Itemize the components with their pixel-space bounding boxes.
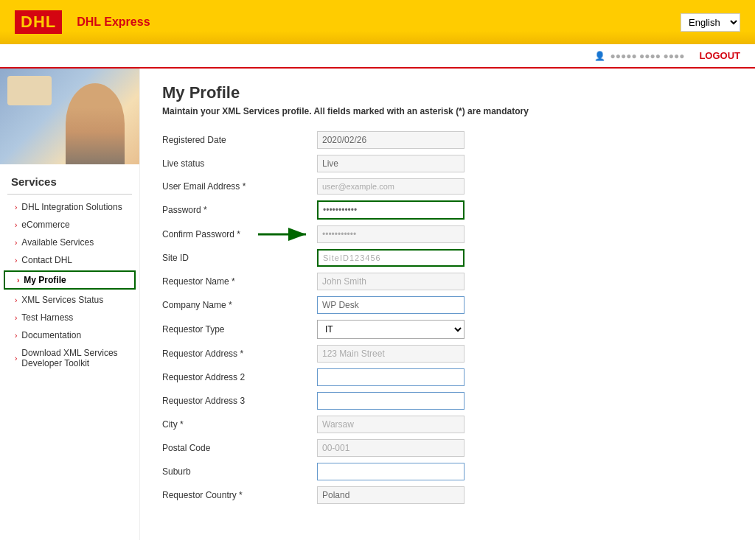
label-registered-date: Registered Date [162, 135, 310, 145]
chevron-icon: › [15, 256, 17, 265]
chevron-icon: › [15, 314, 17, 322]
label-requestor-address3: Requestor Address 3 [162, 396, 310, 406]
input-email [317, 178, 465, 195]
label-requestor-name: Requestor Name * [162, 276, 310, 287]
form-row-requestor-address: Requestor Address * [162, 345, 733, 363]
sidebar-item-download-toolkit[interactable]: › Download XML Services Developer Toolki… [0, 344, 139, 372]
chevron-icon: › [15, 239, 17, 247]
green-arrow-icon [254, 223, 313, 245]
sidebar-item-contact-dhl[interactable]: › Contact DHL [0, 251, 139, 269]
sidebar-item-label: Available Services [21, 237, 94, 248]
input-postal-code [317, 439, 465, 457]
dhl-logo: DHL [15, 10, 62, 34]
form-row-registered-date: Registered Date [162, 131, 733, 149]
sidebar-person-illustration [66, 83, 125, 164]
chevron-icon: › [15, 221, 17, 229]
label-postal-code: Postal Code [162, 443, 310, 453]
form-row-site-id: Site ID [162, 249, 733, 267]
sidebar-divider [7, 194, 132, 195]
label-requestor-address2: Requestor Address 2 [162, 372, 310, 382]
input-site-id [317, 249, 465, 267]
form-row-password: Password * [162, 200, 733, 220]
chevron-icon: › [15, 354, 17, 363]
user-icon: 👤 [594, 51, 605, 61]
form-row-city: City * [162, 416, 733, 433]
sidebar-item-available-services[interactable]: › Available Services [0, 234, 139, 251]
label-suburb: Suburb [162, 466, 310, 477]
form-row-requestor-address2: Requestor Address 2 [162, 368, 733, 386]
confirm-password-container [317, 225, 465, 243]
input-suburb[interactable] [317, 463, 465, 480]
input-password[interactable] [317, 200, 465, 220]
input-requestor-country [317, 486, 465, 504]
dhl-logo-box: DHL [15, 10, 62, 34]
input-requestor-address3[interactable] [317, 392, 465, 410]
page-subtitle: Maintain your XML Services profile. All … [162, 106, 733, 116]
sidebar-banner [0, 69, 139, 164]
sidebar-item-label: Contact DHL [21, 255, 72, 265]
chevron-icon: › [17, 276, 19, 284]
logout-button[interactable]: LOGOUT [699, 50, 740, 61]
label-site-id: Site ID [162, 253, 310, 263]
form-row-requestor-name: Requestor Name * [162, 273, 733, 290]
input-company-name[interactable] [317, 296, 465, 314]
user-email: ●●●●● ●●●● ●●●● [610, 51, 684, 61]
sidebar-item-test-harness[interactable]: › Test Harness [0, 309, 139, 326]
chevron-icon: › [15, 332, 17, 340]
sidebar-item-label: Test Harness [21, 312, 73, 323]
form-row-requestor-address3: Requestor Address 3 [162, 392, 733, 410]
label-requestor-address: Requestor Address * [162, 349, 310, 359]
chevron-icon: › [15, 296, 17, 304]
header-right: English German French [681, 13, 740, 32]
label-requestor-country: Requestor Country * [162, 490, 310, 500]
input-requestor-address2[interactable] [317, 368, 465, 386]
site-id-container [317, 249, 465, 267]
input-confirm-password[interactable] [317, 225, 465, 243]
form-row-requestor-country: Requestor Country * [162, 486, 733, 504]
services-heading: Services [0, 164, 139, 194]
logo-container: DHL DHL Express [15, 10, 150, 34]
input-registered-date [317, 131, 465, 149]
form-row-postal-code: Postal Code [162, 439, 733, 457]
input-requestor-address [317, 345, 465, 363]
sidebar-item-xml-status[interactable]: › XML Services Status [0, 291, 139, 309]
brand-name: DHL Express [77, 15, 150, 29]
input-live-status [317, 155, 465, 172]
label-company-name: Company Name * [162, 300, 310, 310]
sub-header: 👤 ●●●●● ●●●● ●●●● LOGOUT [0, 44, 755, 69]
sidebar-item-label: My Profile [24, 275, 66, 285]
label-city: City * [162, 419, 310, 430]
sidebar-item-label: DHL Integration Solutions [21, 202, 122, 212]
sidebar-item-dhl-integration[interactable]: › DHL Integration Solutions [0, 198, 139, 216]
select-requestor-type[interactable]: IT Business Other [317, 320, 465, 339]
sidebar-bg-decoration [7, 76, 52, 105]
sidebar: Services › DHL Integration Solutions › e… [0, 69, 140, 540]
chevron-icon: › [15, 203, 17, 211]
main-content: My Profile Maintain your XML Services pr… [140, 69, 755, 540]
main-layout: Services › DHL Integration Solutions › e… [0, 69, 755, 540]
form-row-company-name: Company Name * [162, 296, 733, 314]
sidebar-item-label: Documentation [21, 330, 81, 340]
language-selector[interactable]: English German French [681, 13, 740, 32]
sidebar-item-label: eCommerce [21, 220, 69, 230]
sidebar-item-documentation[interactable]: › Documentation [0, 326, 139, 344]
sidebar-item-ecommerce[interactable]: › eCommerce [0, 216, 139, 234]
form-row-live-status: Live status [162, 155, 733, 172]
header: DHL DHL Express English German French [0, 0, 755, 44]
input-city [317, 416, 465, 433]
page-title: My Profile [162, 83, 733, 102]
form-row-suburb: Suburb [162, 463, 733, 480]
label-password: Password * [162, 205, 310, 215]
sidebar-item-label: XML Services Status [21, 295, 103, 305]
form-row-confirm-password: Confirm Password * [162, 225, 733, 243]
form-row-email: User Email Address * [162, 178, 733, 195]
sidebar-item-label: Download XML Services Developer Toolkit [21, 348, 132, 368]
password-field-container [317, 200, 465, 220]
sidebar-item-my-profile[interactable]: › My Profile [4, 270, 136, 290]
user-info: 👤 ●●●●● ●●●● ●●●● [594, 51, 684, 61]
input-requestor-name [317, 273, 465, 290]
label-email: User Email Address * [162, 181, 310, 192]
label-requestor-type: Requestor Type [162, 324, 310, 335]
form-row-requestor-type: Requestor Type IT Business Other [162, 320, 733, 339]
label-live-status: Live status [162, 158, 310, 169]
